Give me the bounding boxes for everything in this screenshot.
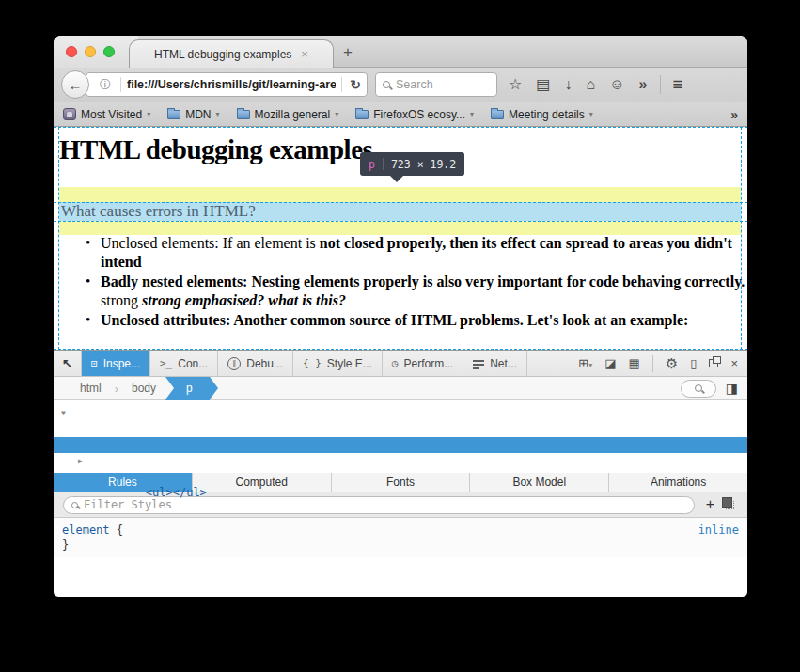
tab-box-model[interactable]: Box Model [470, 473, 609, 492]
tab-label: Con... [178, 357, 208, 370]
bookmarks-overflow-icon[interactable]: » [730, 107, 738, 122]
list-text-bold-italic: strong emphasised? what is this? [142, 292, 346, 308]
settings-gear-icon[interactable]: ⚙ [666, 355, 678, 372]
downloads-icon[interactable]: ↓ [564, 77, 572, 92]
highlighter-margin-bottom [59, 221, 741, 235]
url-input[interactable] [127, 78, 336, 91]
close-window-button[interactable] [66, 46, 77, 57]
add-rule-icon[interactable]: + [706, 496, 714, 513]
bookmark-folder-mdn[interactable]: MDN ▾ [167, 108, 219, 121]
back-button[interactable]: ← [61, 70, 89, 99]
tab-close-icon[interactable]: × [301, 48, 308, 60]
bookmark-label: FirefoxOS ecosy... [373, 108, 465, 121]
zoom-window-button[interactable] [103, 46, 115, 57]
breadcrumb-body[interactable]: body [132, 382, 156, 395]
markup-search-button[interactable] [681, 380, 716, 398]
markup-line-p-selected[interactable]: <p>What causes errors in HTML?</p> [54, 437, 747, 453]
tab-fonts[interactable]: Fonts [332, 473, 471, 492]
paragraph-text: What causes errors in HTML? [59, 202, 256, 221]
network-bars-icon [473, 359, 484, 368]
browser-tab[interactable]: HTML debugging examples × [129, 39, 334, 68]
split-console-icon[interactable]: ◪ [604, 356, 616, 370]
markup-line-ul[interactable]: ▶ <ul></ul> [54, 453, 747, 469]
bookmark-folder-mozilla-general[interactable]: Mozilla general ▾ [237, 108, 339, 121]
urlbar-divider [120, 77, 121, 92]
tab-label: Style E... [327, 357, 372, 370]
tab-inspector[interactable]: ⊡ Inspe... [82, 351, 150, 376]
folder-icon [237, 110, 250, 119]
rule-open-brace: { [110, 523, 123, 538]
highlighted-paragraph[interactable]: What causes errors in HTML? [59, 202, 741, 221]
overflow-chevron-icon[interactable]: » [638, 77, 647, 92]
pseudo-class-panel-icon[interactable] [726, 501, 734, 509]
bookmark-star-icon[interactable]: ☆ [509, 77, 522, 92]
highlighter-margin-top [59, 187, 741, 202]
list-item: Unclosed elements: If an element is not … [101, 234, 747, 271]
home-icon[interactable]: ⌂ [586, 77, 595, 92]
hamburger-menu-icon[interactable]: ≡ [672, 74, 682, 95]
debugger-pause-icon: ∥ [227, 357, 241, 370]
tooltip-dimensions: 723 × 19.2 [391, 158, 456, 171]
tab-console[interactable]: >_ Con... [150, 351, 218, 376]
reading-list-icon[interactable]: ▤ [536, 77, 550, 92]
tag-close: </ul> [173, 486, 207, 499]
list-item: Badly nested elements: Nesting elements … [101, 273, 747, 309]
search-input[interactable] [396, 78, 480, 91]
breadcrumb-p-selected[interactable]: p [165, 377, 210, 400]
bookmark-folder-meeting-details[interactable]: Meeting details ▾ [491, 108, 593, 121]
performance-clock-icon: ◷ [392, 357, 399, 369]
folder-icon [355, 110, 369, 119]
devtools-toolbar: ↖ ⊡ Inspe... >_ Con... ∥ Debu... { } Sty… [54, 350, 747, 377]
minimize-window-button[interactable] [85, 46, 96, 57]
breadcrumb-label: p [186, 382, 193, 395]
tab-label: Perform... [403, 357, 453, 370]
most-visited-icon [63, 108, 76, 120]
rule-element[interactable]: element { inline [62, 523, 739, 538]
tab-computed[interactable]: Computed [193, 473, 332, 492]
chevron-down-icon: ▾ [589, 110, 593, 118]
url-bar[interactable]: ⓘ ↻ [86, 72, 368, 97]
tab-style-editor[interactable]: { } Style E... [293, 351, 383, 376]
undock-window-icon[interactable] [709, 359, 718, 367]
search-bar[interactable] [375, 72, 497, 97]
new-tab-button[interactable]: + [343, 43, 353, 62]
devtools-toolbar-right: ⊞▾ ◪ ▦ ⚙ ▯ × [569, 351, 747, 376]
rule-origin-link[interactable]: inline [698, 523, 739, 538]
search-icon [695, 384, 702, 392]
bookmark-label: Most Visited [81, 108, 142, 121]
markup-line-body[interactable]: ▼ <body> [54, 405, 747, 421]
bookmark-label: Mozilla general [255, 108, 331, 121]
breadcrumb-right-tools: ◨ [681, 380, 747, 398]
bookmark-most-visited[interactable]: Most Visited ▾ [63, 108, 150, 121]
tab-performance[interactable]: ◷ Perform... [383, 351, 463, 376]
list-text: Unclosed elements: If an element is [101, 235, 320, 251]
reload-icon[interactable]: ↻ [350, 77, 361, 92]
chevron-down-icon: ▾ [215, 110, 219, 118]
breadcrumb-html[interactable]: html [80, 382, 102, 395]
search-icon [71, 502, 78, 508]
desktop-background: HTML debugging examples × + ← ⓘ ↻ ☆ [0, 0, 800, 672]
twisty-collapsed-icon[interactable]: ▶ [78, 453, 83, 469]
paint-flashing-icon[interactable]: ▦ [629, 356, 640, 370]
close-devtools-icon[interactable]: × [730, 356, 738, 370]
highlighter-guide-left [58, 127, 59, 350]
tab-network[interactable]: Net... [463, 351, 527, 376]
pick-element-button[interactable]: ↖ [54, 351, 82, 376]
markup-line-h1[interactable]: <h1>HTML debugging examples</h1> [54, 421, 747, 437]
list-text-bold: Unclosed attributes: Another common sour… [101, 312, 688, 328]
node-size-tooltip: p 723 × 19.2 [360, 152, 464, 176]
expand-sidebar-icon[interactable]: ◨ [726, 381, 738, 396]
bookmark-folder-firefoxos[interactable]: FirefoxOS ecosy... ▾ [355, 108, 474, 121]
folder-icon [167, 110, 180, 119]
tab-animations[interactable]: Animations [609, 473, 747, 492]
page-info-icon[interactable]: ⓘ [100, 77, 111, 93]
tab-debugger[interactable]: ∥ Debu... [218, 351, 293, 376]
hello-smiley-icon[interactable]: ☺ [609, 77, 624, 92]
page-title: HTML debugging examples [59, 134, 372, 165]
twisty-expanded-icon[interactable]: ▼ [61, 405, 66, 421]
responsive-mode-icon[interactable]: ▯ [690, 356, 697, 370]
frame-select-icon[interactable]: ⊞▾ [578, 356, 592, 370]
list-text-bold: Badly nested elements: Nesting elements … [101, 273, 745, 289]
tab-title: HTML debugging examples [154, 48, 291, 61]
navigation-toolbar: ← ⓘ ↻ ☆ ▤ ↓ ⌂ ☺ » ≡ [54, 68, 747, 102]
